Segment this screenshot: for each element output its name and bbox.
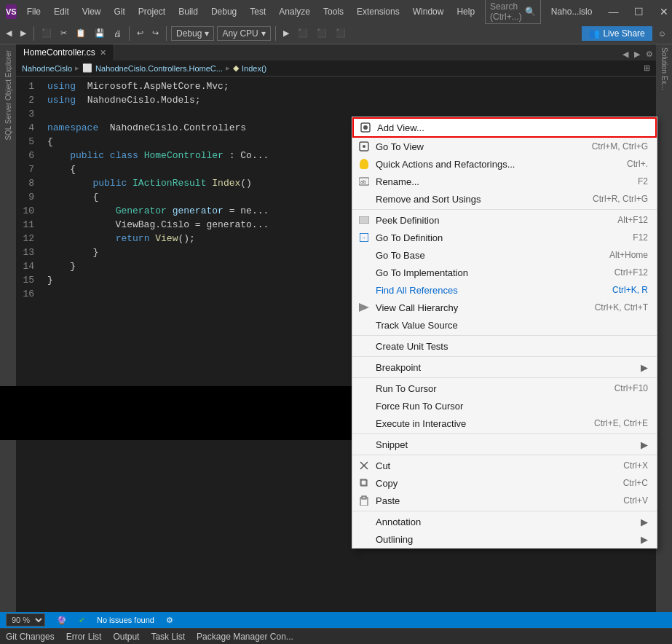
menu-test[interactable]: Test: [244, 4, 272, 20]
menu-window[interactable]: Window: [407, 4, 450, 20]
quick-actions-icon: [358, 158, 370, 170]
menu-item-goto-base[interactable]: Go To Base Alt+Home: [352, 246, 657, 264]
menu-sep-2: [352, 335, 657, 336]
zoom-select[interactable]: 90 %: [6, 613, 45, 627]
breadcrumb-class[interactable]: NahodneCislo.Controllers.HomeC...: [95, 64, 223, 73]
menu-tools[interactable]: Tools: [317, 4, 349, 20]
context-menu: Add View... Go To View Ctrl+M, Ctrl+G Qu…: [352, 117, 657, 549]
tab-settings-icon[interactable]: ⚙: [643, 48, 656, 60]
minimize-button[interactable]: —: [602, 4, 624, 19]
config-dropdown[interactable]: Debug ▾: [171, 26, 214, 41]
tab-close-button[interactable]: ✕: [100, 48, 106, 58]
toolbar-extra-1[interactable]: ⬛: [295, 27, 311, 39]
menu-item-add-view[interactable]: Add View...: [352, 117, 657, 138]
menu-debug[interactable]: Debug: [205, 4, 242, 20]
menu-bar: File Edit View Git Project Build Debug T…: [21, 4, 481, 20]
toolbar-extra-a[interactable]: ⚙: [166, 616, 173, 625]
close-button[interactable]: ✕: [654, 4, 672, 19]
toolbar-icon-3[interactable]: 📋: [73, 27, 89, 39]
breakpoint-label: Breakpoint: [376, 362, 632, 373]
snippet-label: Snippet: [376, 439, 632, 450]
editor-tab-homecontroller[interactable]: HomeController.cs ✕: [16, 44, 114, 60]
tab-error-list[interactable]: Error List: [66, 632, 102, 642]
menu-item-go-to-view[interactable]: Go To View Ctrl+M, Ctrl+G: [352, 138, 657, 155]
tab-git-changes[interactable]: Git Changes: [6, 632, 55, 642]
start-btn[interactable]: ▶: [280, 27, 292, 39]
tab-package-manager[interactable]: Package Manager Con...: [197, 632, 293, 642]
breadcrumb-method[interactable]: Index(): [242, 64, 266, 73]
paste-icon: [358, 495, 370, 506]
svg-marker-9: [359, 303, 369, 312]
redo-button[interactable]: ↪: [149, 27, 162, 39]
paste-label: Paste: [376, 495, 617, 506]
menu-item-breakpoint[interactable]: Breakpoint ▶: [352, 358, 657, 376]
intellicode-icon: 🔮: [57, 616, 67, 625]
menu-item-peek-def[interactable]: Peek Definition Alt+F12: [352, 211, 657, 229]
menu-item-outlining[interactable]: Outlining ▶: [352, 530, 657, 548]
toolbar-sep-1: [33, 26, 34, 41]
menu-project[interactable]: Project: [133, 4, 171, 20]
menu-view[interactable]: View: [76, 4, 107, 20]
tab-scroll-left[interactable]: ◀: [620, 48, 631, 60]
solution-explorer-label: Solution Ex...: [659, 44, 670, 93]
platform-dropdown[interactable]: Any CPU ▾: [217, 26, 270, 41]
menu-edit[interactable]: Edit: [48, 4, 75, 20]
menu-item-remove-usings[interactable]: Remove and Sort Usings Ctrl+R, Ctrl+G: [352, 190, 657, 208]
menu-item-force-run[interactable]: Force Run To Cursor: [352, 397, 657, 415]
outlining-icon: [358, 533, 370, 545]
menu-item-paste[interactable]: Paste Ctrl+V: [352, 492, 657, 509]
menu-item-goto-impl[interactable]: Go To Implementation Ctrl+F12: [352, 264, 657, 281]
toolbar-extra-2[interactable]: ⬛: [314, 27, 330, 39]
menu-item-quick-actions[interactable]: Quick Actions and Refactorings... Ctrl+.: [352, 155, 657, 173]
toolbar-icon-2[interactable]: ✂: [58, 27, 70, 39]
menu-analyze[interactable]: Analyze: [273, 4, 316, 20]
toolbar-icon-1[interactable]: ⬛: [39, 27, 55, 39]
menu-item-goto-def[interactable]: → Go To Definition F12: [352, 229, 657, 246]
breadcrumb-ns[interactable]: NahodneCislo: [22, 64, 72, 73]
toolbar-icon-4[interactable]: 💾: [92, 27, 108, 39]
menu-item-snippet[interactable]: Snippet ▶: [352, 436, 657, 453]
toolbar-extra-3[interactable]: ⬛: [333, 27, 349, 39]
maximize-button[interactable]: ☐: [628, 4, 649, 19]
nav-back-button[interactable]: ◀: [3, 27, 15, 39]
breakpoint-arrow: ▶: [641, 362, 648, 373]
menu-item-cut[interactable]: Cut Ctrl+X: [352, 457, 657, 474]
live-share-button[interactable]: 👥 Live Share: [582, 26, 652, 41]
menu-file[interactable]: File: [21, 4, 47, 20]
menu-help[interactable]: Help: [451, 4, 481, 20]
copy-icon: [358, 477, 370, 489]
menu-item-rename[interactable]: ab Rename... F2: [352, 173, 657, 190]
menu-build[interactable]: Build: [173, 4, 204, 20]
undo-button[interactable]: ↩: [134, 27, 146, 39]
tab-scroll-right[interactable]: ▶: [631, 48, 643, 60]
feedback-icon[interactable]: ☺: [655, 28, 669, 39]
remove-usings-label: Remove and Sort Usings: [376, 194, 587, 205]
menu-item-unit-tests[interactable]: Create Unit Tests: [352, 337, 657, 355]
menu-item-find-refs[interactable]: Find All References Ctrl+K, R: [352, 281, 657, 299]
call-hierarchy-shortcut: Ctrl+K, Ctrl+T: [595, 302, 648, 313]
tab-output[interactable]: Output: [113, 632, 139, 642]
toolbar-sep-3: [166, 26, 167, 41]
editor-status-bar: 90 % 🔮 ✔ No issues found ⚙: [0, 612, 672, 628]
nav-fwd-button[interactable]: ▶: [17, 27, 29, 39]
menu-item-copy[interactable]: Copy Ctrl+C: [352, 474, 657, 492]
menu-sep-5: [352, 433, 657, 434]
menu-item-annotation[interactable]: Annotation ▶: [352, 513, 657, 530]
menu-item-run-cursor[interactable]: Run To Cursor Ctrl+F10: [352, 380, 657, 397]
peek-def-shortcut: Alt+F12: [617, 215, 648, 225]
goto-def-label: Go To Definition: [376, 232, 627, 243]
breadcrumb-expand[interactable]: ⊞: [644, 63, 650, 73]
toolbar-icon-5[interactable]: 🖨: [111, 28, 124, 39]
menu-item-exec-interactive[interactable]: Execute in Interactive Ctrl+E, Ctrl+E: [352, 415, 657, 432]
menu-item-track-value[interactable]: Track Value Source: [352, 316, 657, 334]
quick-actions-shortcut: Ctrl+.: [627, 159, 648, 169]
search-box[interactable]: Search (Ctrl+...) 🔍: [485, 0, 541, 24]
right-sidebar: Solution Ex...: [656, 44, 672, 612]
outlining-arrow: ▶: [641, 534, 648, 545]
tab-task-list[interactable]: Task List: [151, 632, 185, 642]
snippet-arrow: ▶: [641, 439, 648, 450]
menu-item-call-hierarchy[interactable]: View Call Hierarchy Ctrl+K, Ctrl+T: [352, 299, 657, 316]
exec-interactive-label: Execute in Interactive: [376, 418, 588, 429]
menu-extensions[interactable]: Extensions: [351, 4, 406, 20]
menu-git[interactable]: Git: [108, 4, 131, 20]
